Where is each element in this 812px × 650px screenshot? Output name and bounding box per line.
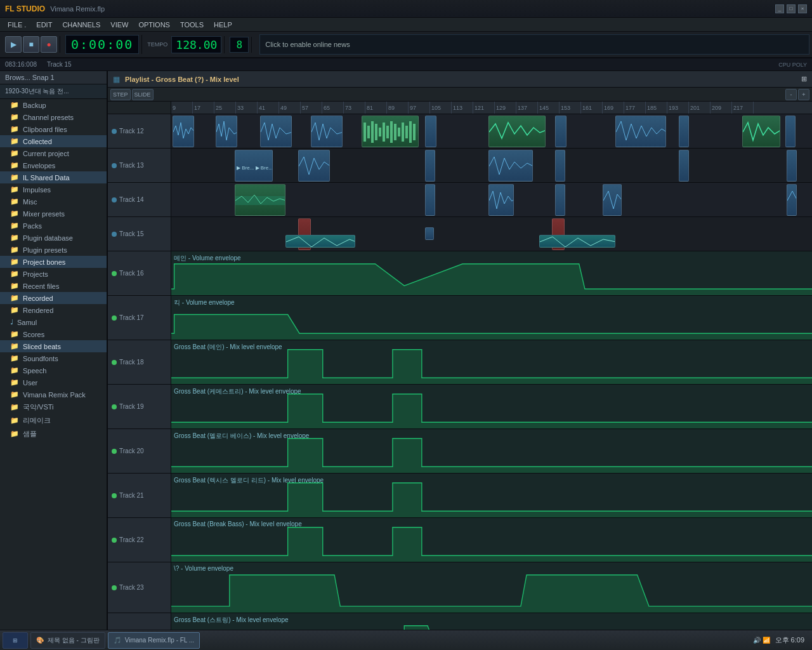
track-container[interactable]: 9 17 25 33 41 49 57 65 73 81 89 97 105 1… (108, 102, 812, 630)
sidebar-item-soundfonts[interactable]: 📁 Soundfonts (0, 352, 107, 364)
sidebar-item-misc[interactable]: 📁 Misc (0, 196, 107, 208)
sidebar-item-projects[interactable]: 📁 Projects (0, 268, 107, 280)
sidebar-item-recent-files[interactable]: 📁 Recent files (0, 280, 107, 292)
menu-view[interactable]: VIEW (105, 20, 133, 30)
track-label-12[interactable]: Track 12 (108, 114, 171, 148)
record-button[interactable]: ● (41, 36, 57, 53)
beats-display[interactable]: 8 (230, 37, 249, 53)
clip[interactable] (787, 184, 797, 216)
track-content-21[interactable]: Gross Beat (렉시스 멜로디 리드) - Mix level enve… (171, 474, 812, 517)
track-content-18[interactable]: Gross Beat (메인) - Mix level envelope (171, 340, 812, 384)
track-content-17[interactable]: 킥 - Volume envelope (171, 296, 812, 340)
clip[interactable] (285, 235, 355, 248)
clip[interactable] (603, 184, 622, 216)
sidebar-item-speech[interactable]: 📁 Speech (0, 364, 107, 376)
clip[interactable] (425, 150, 435, 182)
track-content-15[interactable] (171, 217, 812, 251)
step-btn[interactable]: STEP (110, 89, 131, 100)
sidebar-item-mixer-presets[interactable]: 📁 Mixer presets (0, 208, 107, 220)
start-button[interactable]: ⊞ (3, 632, 28, 649)
slide-btn[interactable]: SLIDE (132, 89, 154, 100)
sidebar-item-vimana-pack[interactable]: 📁 Vimana Remix Pack (0, 388, 107, 401)
clip[interactable] (235, 184, 285, 216)
menu-edit[interactable]: EDIT (31, 20, 57, 30)
clip[interactable]: ▶ Bre... ▶ Bre... (235, 150, 273, 182)
sidebar-item-impulses[interactable]: 📁 Impulses (0, 183, 107, 196)
menu-help[interactable]: HELP (209, 20, 237, 30)
track-content-13[interactable]: ▶ Bre... ▶ Bre... (171, 149, 812, 182)
track-content-14[interactable] (171, 183, 812, 216)
zoom-in-btn[interactable]: + (798, 89, 809, 100)
sidebar-item-sliced-beats[interactable]: 📁 Sliced beats (0, 340, 107, 352)
track-content-24[interactable]: Gross Beat (스트링) - Mix level envelope (171, 613, 812, 630)
clip[interactable] (260, 116, 292, 147)
clip[interactable] (555, 184, 565, 216)
sidebar-item-plugin-database[interactable]: 📁 Plugin database (0, 232, 107, 244)
sidebar-item-collected[interactable]: 📁 Collected (0, 135, 107, 147)
clip[interactable] (362, 116, 419, 147)
track-content-20[interactable]: Gross Beat (멜로디 베이스) - Mix level envelop… (171, 429, 812, 473)
track-label-14[interactable]: Track 14 (108, 183, 171, 216)
clip[interactable] (679, 150, 689, 182)
sidebar-item-plugin-presets[interactable]: 📁 Plugin presets (0, 244, 107, 256)
sidebar-item-project-bones[interactable]: 📁 Project bones (0, 256, 107, 268)
menu-options[interactable]: OPTIONS (133, 20, 175, 30)
sidebar-item-sample[interactable]: 📁 샘플 (0, 427, 107, 441)
clip[interactable] (173, 116, 194, 147)
clip[interactable] (298, 150, 330, 182)
taskbar-item-paint[interactable]: 🎨 제목 없음 - 그림판 (30, 632, 105, 649)
clip[interactable] (742, 116, 780, 147)
track-content-23[interactable]: \? - Volume envelope (171, 562, 812, 613)
clip[interactable] (488, 116, 546, 147)
menu-tools[interactable]: TOOLS (175, 20, 209, 30)
track-label-16[interactable]: Track 16 (108, 251, 171, 295)
sidebar-item-channel-presets[interactable]: 📁 Channel presets (0, 111, 107, 123)
track-label-18[interactable]: Track 18 (108, 340, 171, 384)
sidebar-item-clipboard[interactable]: 📁 Clipboard files (0, 123, 107, 135)
clip[interactable] (679, 116, 689, 147)
clip[interactable] (555, 150, 565, 182)
clip[interactable] (539, 235, 615, 248)
bpm-display[interactable]: 128.00 (171, 36, 221, 53)
clip[interactable] (488, 184, 514, 216)
track-label-22[interactable]: Track 22 (108, 518, 171, 562)
track-label-17[interactable]: Track 17 (108, 296, 171, 340)
clip[interactable] (425, 227, 434, 240)
menu-channels[interactable]: CHANNELS (57, 20, 105, 30)
track-label-23[interactable]: Track 23 (108, 562, 171, 613)
sidebar-item-gugak[interactable]: 📁 국악/VSTi (0, 401, 107, 414)
track-content-19[interactable]: Gross Beat (케메스트리) - Mix level envelope (171, 385, 812, 428)
clip[interactable] (311, 116, 343, 147)
taskbar-item-fl[interactable]: 🎵 Vimana Remix.flp - FL ... (108, 632, 200, 649)
playlist-maximize[interactable]: ⊞ (801, 75, 807, 83)
track-label-24[interactable]: Track 24 (108, 613, 171, 630)
track-content-12[interactable] (171, 114, 812, 148)
track-label-19[interactable]: Track 19 (108, 385, 171, 428)
clip[interactable] (555, 116, 566, 147)
sidebar-item-recorded[interactable]: 📁 Recorded (0, 292, 107, 304)
track-content-22[interactable]: Gross Beat (Break Bass) - Mix level enve… (171, 518, 812, 562)
sidebar-item-rendered[interactable]: 📁 Rendered (0, 304, 107, 316)
sidebar-item-current-project[interactable]: 📁 Current project (0, 147, 107, 159)
clip[interactable] (488, 150, 533, 182)
clip[interactable] (787, 150, 797, 182)
close-button[interactable]: × (798, 4, 807, 13)
clip[interactable] (615, 116, 666, 147)
sidebar-item-envelopes[interactable]: 📁 Envelopes (0, 159, 107, 171)
sidebar-item-packs[interactable]: 📁 Packs (0, 220, 107, 232)
sidebar-item-samul[interactable]: ♩ Samul (0, 316, 107, 328)
track-label-15[interactable]: Track 15 (108, 217, 171, 251)
maximize-button[interactable]: □ (787, 4, 796, 13)
clip[interactable] (216, 116, 237, 147)
clip[interactable] (785, 116, 796, 147)
track-label-21[interactable]: Track 21 (108, 474, 171, 517)
sidebar-item-remake[interactable]: 📁 리메이크 (0, 414, 107, 427)
play-button[interactable]: ▶ (5, 36, 22, 53)
sidebar-item-user[interactable]: 📁 User (0, 376, 107, 388)
clip[interactable] (425, 116, 436, 147)
sidebar-item-shared-data[interactable]: 📁 IL Shared Data (0, 171, 107, 183)
zoom-out-btn[interactable]: - (785, 89, 797, 100)
track-label-20[interactable]: Track 20 (108, 429, 171, 473)
stop-button[interactable]: ■ (23, 36, 39, 53)
track-content-16[interactable]: 메인 - Volume envelope (171, 251, 812, 295)
